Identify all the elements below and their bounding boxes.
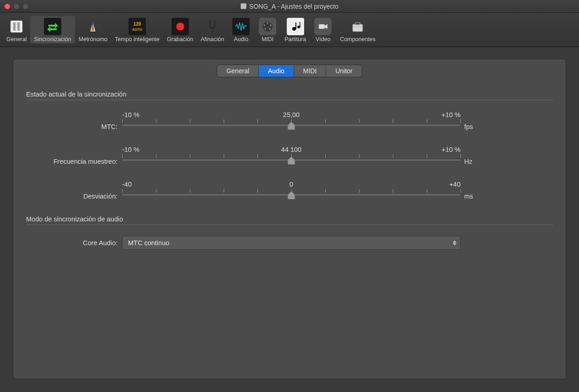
general-icon	[8, 18, 25, 35]
window-title: SONG_A - Ajustes del proyecto	[0, 3, 579, 10]
window-title-text: SONG_A - Ajustes del proyecto	[249, 3, 338, 10]
slider-value: 44 100	[281, 146, 301, 153]
divider	[26, 100, 553, 100]
section-title: Modo de sincronización de audio	[26, 215, 553, 223]
titlebar: SONG_A - Ajustes del proyecto	[0, 0, 579, 13]
slider-track[interactable]	[122, 193, 461, 195]
toolbar: General Sincronización Metrónomo 120AUTO…	[0, 13, 579, 47]
section-title: Estado actual de la sincronización	[26, 91, 553, 98]
slider-unit: ms	[461, 193, 488, 200]
toolbar-general[interactable]: General	[3, 16, 30, 43]
metronome-icon	[84, 18, 102, 35]
svg-point-15	[265, 28, 266, 30]
content-area: General Audio MIDI Unitor Estado actual …	[0, 47, 579, 392]
svg-rect-24	[355, 22, 360, 25]
tab-audio[interactable]: Audio	[259, 65, 294, 77]
toolbar-score[interactable]: Partitura	[281, 16, 310, 43]
toolbar-video[interactable]: Vídeo	[310, 16, 336, 43]
slider-deviation[interactable]: -400+40	[122, 181, 461, 200]
sync-icon	[44, 18, 61, 35]
slider-unit: fps	[461, 123, 488, 130]
toolbar-label: Partitura	[284, 36, 306, 43]
svg-rect-18	[295, 22, 296, 29]
slider-track[interactable]	[122, 159, 461, 161]
toolbar-label: General	[6, 36, 27, 43]
svg-rect-20	[300, 22, 300, 27]
toolbar-smart-tempo[interactable]: 120AUTO Tempo inteligente	[111, 16, 163, 43]
svg-text:AUTO: AUTO	[132, 27, 143, 32]
toolbar-sync[interactable]: Sincronización	[30, 16, 75, 43]
video-camera-icon	[314, 18, 332, 35]
slider-max: +10 %	[441, 146, 461, 153]
slider-thumb[interactable]	[288, 122, 295, 130]
svg-point-17	[292, 27, 296, 31]
slider-row-mtc: MTC:-10 %25,00+10 %fps	[26, 111, 553, 130]
toolbar-tuning[interactable]: Afinación	[197, 16, 228, 43]
svg-marker-22	[325, 24, 327, 29]
slider-min: -40	[122, 181, 132, 188]
toolbar-audio[interactable]: Audio	[228, 16, 254, 43]
slider-max: +40	[449, 181, 461, 188]
settings-panel: General Audio MIDI Unitor Estado actual …	[13, 59, 566, 379]
score-icon	[287, 18, 304, 35]
toolbar-label: Grabación	[167, 36, 193, 43]
sub-tabs: General Audio MIDI Unitor	[26, 65, 553, 77]
toolbar-label: Tempo inteligente	[115, 36, 160, 43]
midi-icon	[259, 18, 276, 35]
svg-rect-23	[353, 24, 363, 32]
toolbar-label: Afinación	[201, 36, 224, 43]
core-audio-label: Core Audio:	[26, 239, 122, 247]
tuning-fork-icon	[204, 18, 221, 35]
slider-min: -10 %	[122, 146, 139, 153]
slider-label: MTC:	[26, 123, 122, 130]
svg-rect-2	[17, 22, 20, 31]
svg-point-12	[267, 22, 268, 24]
slider-thumb[interactable]	[288, 191, 295, 199]
svg-rect-21	[319, 24, 325, 29]
tab-general[interactable]: General	[217, 65, 259, 77]
svg-rect-0	[11, 21, 22, 32]
toolbar-label: Vídeo	[316, 36, 331, 43]
toolbar-components[interactable]: Componentes	[336, 16, 379, 43]
svg-rect-1	[13, 22, 16, 31]
slider-row-deviation: Desviación:-400+40ms	[26, 181, 553, 200]
toolbar-record[interactable]: Grabación	[163, 16, 197, 43]
svg-point-16	[269, 28, 271, 30]
svg-point-14	[270, 25, 272, 26]
toolbar-metronome[interactable]: Metrónomo	[75, 16, 111, 43]
project-settings-window: SONG_A - Ajustes del proyecto General Si…	[0, 0, 579, 392]
core-audio-value: MTC continuo	[128, 239, 169, 247]
section-audio-sync-mode: Modo de sincronización de audio Core Aud…	[26, 215, 553, 250]
tab-midi[interactable]: MIDI	[294, 65, 327, 77]
core-audio-select[interactable]: MTC continuo	[122, 236, 461, 250]
slider-min: -10 %	[122, 111, 139, 118]
slider-track[interactable]	[122, 124, 461, 126]
slider-row-samplerate: Frecuencia muestreo:-10 %44 100+10 %Hz	[26, 146, 553, 165]
document-icon	[241, 3, 247, 9]
briefcase-icon	[349, 18, 366, 35]
audio-waveform-icon	[232, 18, 250, 35]
section-sync-status: Estado actual de la sincronización MTC:-…	[26, 91, 553, 200]
slider-samplerate[interactable]: -10 %44 100+10 %	[122, 146, 461, 165]
slider-label: Desviación:	[26, 193, 122, 200]
slider-max: +10 %	[441, 111, 461, 118]
core-audio-row: Core Audio: MTC continuo	[26, 236, 553, 250]
tab-unitor[interactable]: Unitor	[326, 65, 361, 77]
smart-tempo-icon: 120AUTO	[129, 18, 146, 35]
toolbar-label: Sincronización	[34, 36, 71, 43]
slider-mtc[interactable]: -10 %25,00+10 %	[122, 111, 461, 130]
slider-unit: Hz	[461, 158, 488, 165]
toolbar-label: Metrónomo	[79, 36, 107, 43]
toolbar-label: Componentes	[340, 36, 375, 43]
toolbar-label: MIDI	[262, 36, 273, 43]
svg-point-13	[264, 25, 265, 26]
toolbar-label: Audio	[234, 36, 248, 43]
slider-label: Frecuencia muestreo:	[26, 158, 122, 165]
record-icon	[172, 18, 189, 35]
slider-value: 0	[290, 181, 293, 188]
slider-thumb[interactable]	[288, 156, 295, 165]
slider-value: 25,00	[283, 111, 300, 118]
divider	[26, 225, 553, 225]
toolbar-midi[interactable]: MIDI	[254, 16, 281, 43]
chevron-updown-icon	[453, 241, 456, 246]
